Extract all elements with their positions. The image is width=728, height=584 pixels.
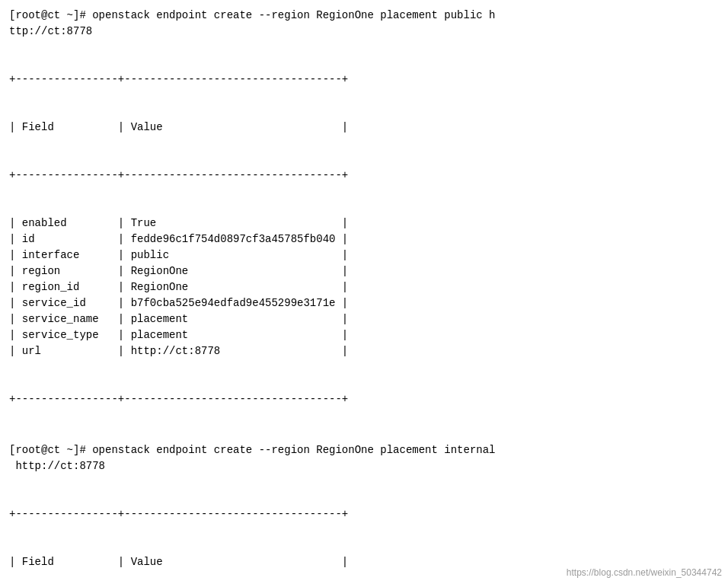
table-1-header: | Field | Value |	[9, 120, 719, 136]
terminal-output: [root@ct ~]# openstack endpoint create -…	[9, 8, 719, 584]
command-block-2: [root@ct ~]# openstack endpoint create -…	[9, 442, 719, 584]
command-line-2-2: http://ct:8778	[9, 458, 719, 474]
command-line-1-1: [root@ct ~]# openstack endpoint create -…	[9, 8, 719, 24]
watermark: https://blog.csdn.net/weixin_50344742	[567, 567, 722, 578]
table-1-rows: | enabled | True | | id | fedde96c1f754d…	[9, 215, 719, 359]
command-line-1-2: ttp://ct:8778	[9, 24, 719, 40]
table-1: +----------------+----------------------…	[9, 40, 719, 439]
table-1-sep-top: +----------------+----------------------…	[9, 72, 719, 88]
table-1-sep-bottom: +----------------+----------------------…	[9, 391, 719, 407]
command-line-2-1: [root@ct ~]# openstack endpoint create -…	[9, 442, 719, 458]
table-1-sep-header: +----------------+----------------------…	[9, 168, 719, 183]
table-2-sep-top: +----------------+----------------------…	[9, 506, 719, 522]
command-block-1: [root@ct ~]# openstack endpoint create -…	[9, 8, 719, 439]
